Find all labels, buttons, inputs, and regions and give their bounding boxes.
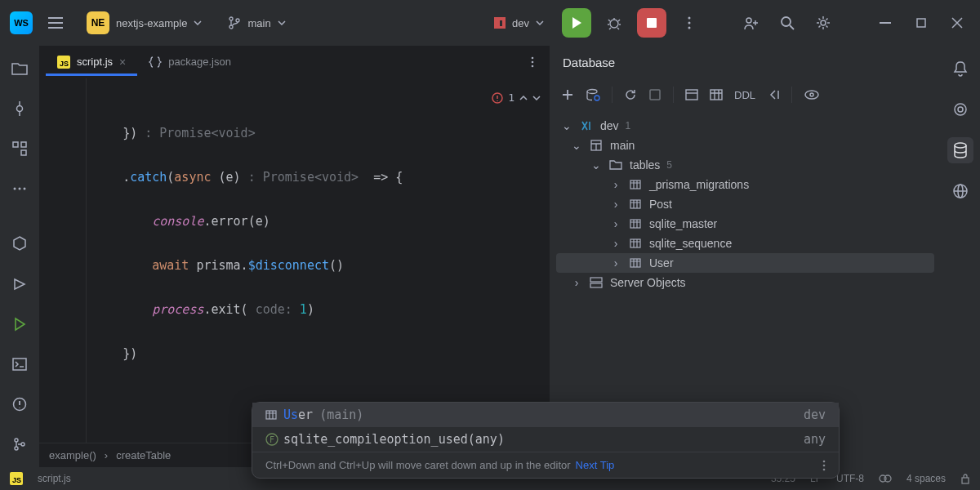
view-card-icon[interactable] <box>685 89 698 100</box>
ddl-button[interactable]: DDL <box>734 89 755 101</box>
chevron-right-icon[interactable]: › <box>610 237 621 250</box>
table-icon <box>628 258 643 268</box>
tree-node-datasource[interactable]: ⌄ dev 1 <box>556 116 934 136</box>
more-tools-icon[interactable] <box>7 176 33 202</box>
svg-point-2 <box>236 19 239 22</box>
svg-rect-14 <box>917 19 925 27</box>
close-tab-icon[interactable]: × <box>119 56 126 69</box>
status-encoding[interactable]: UTF-8 <box>836 473 864 484</box>
tree-node-table[interactable]: › _prisma_migrations <box>556 175 934 194</box>
chevron-right-icon[interactable]: › <box>610 198 621 211</box>
svg-point-57 <box>823 460 826 462</box>
branch-selector[interactable]: main <box>220 13 293 33</box>
folder-icon <box>608 159 623 171</box>
filter-icon[interactable] <box>804 89 820 100</box>
refresh-icon[interactable] <box>624 88 637 101</box>
tree-label: _prisma_migrations <box>649 178 749 191</box>
svg-point-19 <box>14 188 16 190</box>
more-actions-icon[interactable] <box>676 10 702 36</box>
tree-node-tables-folder[interactable]: ⌄ tables 5 <box>556 155 934 175</box>
tab-package-json[interactable]: package.json <box>137 49 243 75</box>
svg-rect-13 <box>880 22 891 24</box>
tree-node-table[interactable]: › sqlite_master <box>556 214 934 234</box>
tab-script-js[interactable]: JS script.js × <box>46 49 137 75</box>
chevron-down-icon[interactable]: ⌄ <box>571 139 582 152</box>
settings-icon[interactable] <box>810 10 836 36</box>
project-tool-icon[interactable] <box>7 56 33 81</box>
chevron-right-icon[interactable]: › <box>610 217 621 230</box>
chevron-down-icon <box>278 20 286 25</box>
ai-assistant-icon[interactable] <box>947 96 973 122</box>
tree-node-table[interactable]: › User <box>556 253 934 273</box>
hamburger-menu-icon[interactable] <box>42 10 69 36</box>
terminal-tool-icon[interactable] <box>7 351 33 376</box>
more-icon[interactable] <box>822 460 826 471</box>
branch-name-label: main <box>247 17 270 29</box>
project-selector[interactable]: NE nextjs-example <box>78 8 210 38</box>
maximize-window-icon[interactable] <box>908 10 934 36</box>
status-file[interactable]: script.js <box>38 473 71 484</box>
svg-point-28 <box>532 60 534 63</box>
js-file-icon: JS <box>57 56 70 69</box>
chevron-right-icon[interactable]: › <box>610 178 621 191</box>
svg-rect-33 <box>650 90 660 100</box>
tab-label: package.json <box>168 56 231 68</box>
chevron-down-icon[interactable] <box>532 96 541 100</box>
notifications-icon[interactable] <box>947 56 973 82</box>
npm-tool-icon[interactable] <box>7 231 33 256</box>
chevron-up-icon[interactable] <box>519 96 528 100</box>
tree-node-schema[interactable]: ⌄ main <box>556 136 934 155</box>
autocomplete-item[interactable]: F sqlite_compileoption_used(any) any <box>252 427 839 452</box>
view-table-icon[interactable] <box>710 89 723 100</box>
autocomplete-hint: (main) <box>319 408 363 422</box>
minimize-window-icon[interactable] <box>872 10 898 36</box>
run-tool-icon[interactable] <box>7 311 33 336</box>
stop-sync-icon[interactable] <box>648 88 662 101</box>
chevron-down-icon[interactable]: ⌄ <box>561 119 572 132</box>
run-config-selector[interactable]: dev <box>486 14 552 33</box>
tree-node-table[interactable]: › sqlite_sequence <box>556 234 934 253</box>
svg-point-20 <box>19 188 21 190</box>
tab-more-icon[interactable] <box>523 56 542 68</box>
run-button[interactable] <box>562 8 591 38</box>
svg-point-5 <box>610 20 618 28</box>
close-window-icon[interactable] <box>944 10 970 36</box>
problems-tool-icon[interactable] <box>7 392 33 417</box>
svg-point-47 <box>958 107 963 112</box>
stop-button[interactable] <box>637 8 666 38</box>
web-tool-icon[interactable] <box>947 178 973 204</box>
chevron-right-icon[interactable]: › <box>571 276 582 289</box>
add-datasource-icon[interactable] <box>561 88 574 101</box>
debug-button[interactable] <box>601 10 627 36</box>
error-icon <box>492 92 503 104</box>
chevron-down-icon[interactable]: ⌄ <box>590 158 602 172</box>
tree-node-table[interactable]: › Post <box>556 194 934 214</box>
status-indent[interactable]: 4 spaces <box>906 473 946 484</box>
autocomplete-tip: Ctrl+Down and Ctrl+Up will move caret do… <box>252 452 839 478</box>
tree-node-server-objects[interactable]: › Server Objects <box>556 273 934 292</box>
breadcrumb-item[interactable]: createTable <box>116 449 171 461</box>
database-tool-icon[interactable] <box>947 137 973 163</box>
breadcrumb-separator: › <box>105 449 108 461</box>
status-reader-mode-icon[interactable] <box>879 473 892 484</box>
autocomplete-item[interactable]: User (main) dev <box>252 403 839 427</box>
breadcrumb-item[interactable]: example() <box>49 449 96 461</box>
datasource-props-icon[interactable] <box>586 88 600 101</box>
tree-label: Server Objects <box>610 276 686 289</box>
structure-tool-icon[interactable] <box>7 136 33 161</box>
js-file-icon: JS <box>10 472 23 485</box>
commit-tool-icon[interactable] <box>7 96 33 121</box>
svg-point-27 <box>532 56 534 59</box>
code-editor[interactable]: 1 }) : Promise<void> .catch(async (e) : … <box>39 78 549 443</box>
next-tip-link[interactable]: Next Tip <box>576 459 615 471</box>
search-icon[interactable] <box>774 10 800 36</box>
vcs-tool-icon[interactable] <box>7 432 33 457</box>
services-tool-icon[interactable] <box>7 271 33 296</box>
lock-icon[interactable] <box>960 473 970 484</box>
chevron-right-icon[interactable]: › <box>610 256 621 270</box>
error-inspections[interactable]: 1 <box>492 87 541 109</box>
autocomplete-popup[interactable]: User (main) dev F sqlite_compileoption_u… <box>252 402 840 479</box>
svg-point-8 <box>688 22 691 24</box>
jump-to-console-icon[interactable] <box>767 89 780 100</box>
code-with-me-icon[interactable] <box>738 10 764 36</box>
